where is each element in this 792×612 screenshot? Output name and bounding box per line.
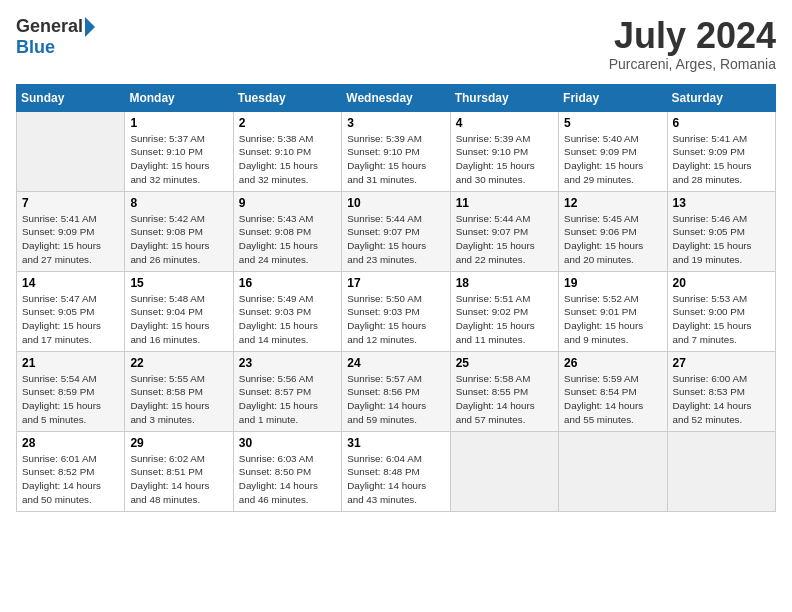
weekday-header-row: SundayMondayTuesdayWednesdayThursdayFrid… — [17, 84, 776, 111]
calendar-cell: 4Sunrise: 5:39 AM Sunset: 9:10 PM Daylig… — [450, 111, 558, 191]
calendar-cell: 15Sunrise: 5:48 AM Sunset: 9:04 PM Dayli… — [125, 271, 233, 351]
day-number: 30 — [239, 436, 336, 450]
calendar-cell: 21Sunrise: 5:54 AM Sunset: 8:59 PM Dayli… — [17, 351, 125, 431]
logo-general-text: General — [16, 16, 83, 37]
day-number: 31 — [347, 436, 444, 450]
calendar-cell: 27Sunrise: 6:00 AM Sunset: 8:53 PM Dayli… — [667, 351, 775, 431]
day-number: 27 — [673, 356, 770, 370]
weekday-header-wednesday: Wednesday — [342, 84, 450, 111]
day-number: 22 — [130, 356, 227, 370]
day-number: 6 — [673, 116, 770, 130]
cell-info: Sunrise: 5:40 AM Sunset: 9:09 PM Dayligh… — [564, 132, 661, 187]
title-block: July 2024 Purcareni, Arges, Romania — [609, 16, 776, 72]
day-number: 9 — [239, 196, 336, 210]
calendar-cell: 19Sunrise: 5:52 AM Sunset: 9:01 PM Dayli… — [559, 271, 667, 351]
calendar-cell: 20Sunrise: 5:53 AM Sunset: 9:00 PM Dayli… — [667, 271, 775, 351]
calendar-cell: 26Sunrise: 5:59 AM Sunset: 8:54 PM Dayli… — [559, 351, 667, 431]
cell-info: Sunrise: 5:41 AM Sunset: 9:09 PM Dayligh… — [22, 212, 119, 267]
day-number: 18 — [456, 276, 553, 290]
cell-info: Sunrise: 5:46 AM Sunset: 9:05 PM Dayligh… — [673, 212, 770, 267]
cell-info: Sunrise: 5:49 AM Sunset: 9:03 PM Dayligh… — [239, 292, 336, 347]
cell-info: Sunrise: 5:54 AM Sunset: 8:59 PM Dayligh… — [22, 372, 119, 427]
cell-info: Sunrise: 6:00 AM Sunset: 8:53 PM Dayligh… — [673, 372, 770, 427]
calendar-cell: 9Sunrise: 5:43 AM Sunset: 9:08 PM Daylig… — [233, 191, 341, 271]
calendar-cell: 31Sunrise: 6:04 AM Sunset: 8:48 PM Dayli… — [342, 431, 450, 511]
calendar-cell: 12Sunrise: 5:45 AM Sunset: 9:06 PM Dayli… — [559, 191, 667, 271]
cell-info: Sunrise: 5:38 AM Sunset: 9:10 PM Dayligh… — [239, 132, 336, 187]
logo-triangle-icon — [85, 17, 95, 37]
calendar-cell: 24Sunrise: 5:57 AM Sunset: 8:56 PM Dayli… — [342, 351, 450, 431]
day-number: 19 — [564, 276, 661, 290]
weekday-header-thursday: Thursday — [450, 84, 558, 111]
weekday-header-sunday: Sunday — [17, 84, 125, 111]
calendar-cell: 28Sunrise: 6:01 AM Sunset: 8:52 PM Dayli… — [17, 431, 125, 511]
calendar-cell: 1Sunrise: 5:37 AM Sunset: 9:10 PM Daylig… — [125, 111, 233, 191]
calendar-cell: 13Sunrise: 5:46 AM Sunset: 9:05 PM Dayli… — [667, 191, 775, 271]
calendar-week-row: 1Sunrise: 5:37 AM Sunset: 9:10 PM Daylig… — [17, 111, 776, 191]
cell-info: Sunrise: 5:55 AM Sunset: 8:58 PM Dayligh… — [130, 372, 227, 427]
day-number: 21 — [22, 356, 119, 370]
day-number: 25 — [456, 356, 553, 370]
cell-info: Sunrise: 5:44 AM Sunset: 9:07 PM Dayligh… — [456, 212, 553, 267]
cell-info: Sunrise: 5:43 AM Sunset: 9:08 PM Dayligh… — [239, 212, 336, 267]
weekday-header-saturday: Saturday — [667, 84, 775, 111]
calendar-cell — [559, 431, 667, 511]
calendar-cell: 11Sunrise: 5:44 AM Sunset: 9:07 PM Dayli… — [450, 191, 558, 271]
calendar-cell: 18Sunrise: 5:51 AM Sunset: 9:02 PM Dayli… — [450, 271, 558, 351]
calendar-cell: 14Sunrise: 5:47 AM Sunset: 9:05 PM Dayli… — [17, 271, 125, 351]
logo: General Blue — [16, 16, 95, 58]
cell-info: Sunrise: 5:45 AM Sunset: 9:06 PM Dayligh… — [564, 212, 661, 267]
cell-info: Sunrise: 5:37 AM Sunset: 9:10 PM Dayligh… — [130, 132, 227, 187]
cell-info: Sunrise: 5:53 AM Sunset: 9:00 PM Dayligh… — [673, 292, 770, 347]
day-number: 1 — [130, 116, 227, 130]
day-number: 24 — [347, 356, 444, 370]
day-number: 17 — [347, 276, 444, 290]
calendar-cell: 5Sunrise: 5:40 AM Sunset: 9:09 PM Daylig… — [559, 111, 667, 191]
day-number: 8 — [130, 196, 227, 210]
calendar-week-row: 21Sunrise: 5:54 AM Sunset: 8:59 PM Dayli… — [17, 351, 776, 431]
calendar-cell: 3Sunrise: 5:39 AM Sunset: 9:10 PM Daylig… — [342, 111, 450, 191]
cell-info: Sunrise: 5:50 AM Sunset: 9:03 PM Dayligh… — [347, 292, 444, 347]
calendar-cell: 10Sunrise: 5:44 AM Sunset: 9:07 PM Dayli… — [342, 191, 450, 271]
calendar-cell — [667, 431, 775, 511]
day-number: 4 — [456, 116, 553, 130]
cell-info: Sunrise: 5:44 AM Sunset: 9:07 PM Dayligh… — [347, 212, 444, 267]
calendar-cell — [450, 431, 558, 511]
cell-info: Sunrise: 6:03 AM Sunset: 8:50 PM Dayligh… — [239, 452, 336, 507]
calendar-cell: 16Sunrise: 5:49 AM Sunset: 9:03 PM Dayli… — [233, 271, 341, 351]
calendar-cell: 23Sunrise: 5:56 AM Sunset: 8:57 PM Dayli… — [233, 351, 341, 431]
calendar-cell: 7Sunrise: 5:41 AM Sunset: 9:09 PM Daylig… — [17, 191, 125, 271]
day-number: 12 — [564, 196, 661, 210]
page-header: General Blue July 2024 Purcareni, Arges,… — [16, 16, 776, 72]
cell-info: Sunrise: 5:48 AM Sunset: 9:04 PM Dayligh… — [130, 292, 227, 347]
cell-info: Sunrise: 5:59 AM Sunset: 8:54 PM Dayligh… — [564, 372, 661, 427]
day-number: 16 — [239, 276, 336, 290]
day-number: 7 — [22, 196, 119, 210]
cell-info: Sunrise: 5:58 AM Sunset: 8:55 PM Dayligh… — [456, 372, 553, 427]
cell-info: Sunrise: 5:51 AM Sunset: 9:02 PM Dayligh… — [456, 292, 553, 347]
day-number: 10 — [347, 196, 444, 210]
weekday-header-monday: Monday — [125, 84, 233, 111]
calendar-cell: 17Sunrise: 5:50 AM Sunset: 9:03 PM Dayli… — [342, 271, 450, 351]
calendar-cell — [17, 111, 125, 191]
calendar-cell: 8Sunrise: 5:42 AM Sunset: 9:08 PM Daylig… — [125, 191, 233, 271]
day-number: 15 — [130, 276, 227, 290]
cell-info: Sunrise: 6:01 AM Sunset: 8:52 PM Dayligh… — [22, 452, 119, 507]
day-number: 23 — [239, 356, 336, 370]
cell-info: Sunrise: 5:39 AM Sunset: 9:10 PM Dayligh… — [456, 132, 553, 187]
logo-blue-text: Blue — [16, 37, 55, 58]
calendar-cell: 22Sunrise: 5:55 AM Sunset: 8:58 PM Dayli… — [125, 351, 233, 431]
day-number: 28 — [22, 436, 119, 450]
cell-info: Sunrise: 5:57 AM Sunset: 8:56 PM Dayligh… — [347, 372, 444, 427]
cell-info: Sunrise: 6:04 AM Sunset: 8:48 PM Dayligh… — [347, 452, 444, 507]
location-subtitle: Purcareni, Arges, Romania — [609, 56, 776, 72]
day-number: 26 — [564, 356, 661, 370]
calendar-cell: 29Sunrise: 6:02 AM Sunset: 8:51 PM Dayli… — [125, 431, 233, 511]
day-number: 2 — [239, 116, 336, 130]
calendar-cell: 6Sunrise: 5:41 AM Sunset: 9:09 PM Daylig… — [667, 111, 775, 191]
day-number: 5 — [564, 116, 661, 130]
calendar-cell: 30Sunrise: 6:03 AM Sunset: 8:50 PM Dayli… — [233, 431, 341, 511]
weekday-header-tuesday: Tuesday — [233, 84, 341, 111]
cell-info: Sunrise: 6:02 AM Sunset: 8:51 PM Dayligh… — [130, 452, 227, 507]
cell-info: Sunrise: 5:47 AM Sunset: 9:05 PM Dayligh… — [22, 292, 119, 347]
